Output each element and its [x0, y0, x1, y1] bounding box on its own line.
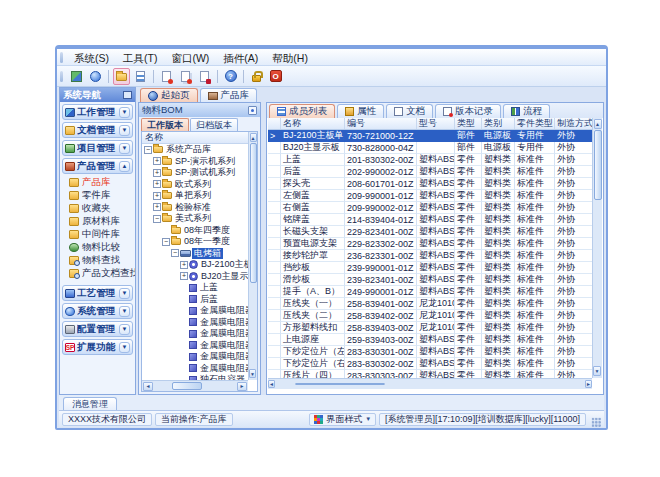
menu-item-4[interactable]: 帮助(H) [265, 52, 315, 64]
sidebar-group-7[interactable]: SP扩展功能▼ [62, 339, 133, 355]
tree-column-header[interactable]: 名称 [142, 132, 248, 144]
tree-node-8[interactable]: −08年一季度 [142, 236, 248, 248]
tree-node-15[interactable]: 金属膜电阻器 [142, 317, 248, 329]
report-icon[interactable] [132, 68, 149, 85]
tree-node-14[interactable]: 金属膜电阻器 [142, 305, 248, 317]
expand-node-icon[interactable]: + [180, 272, 188, 280]
expand-node-icon[interactable]: + [153, 169, 161, 177]
expand-node-icon[interactable]: + [153, 180, 161, 188]
table-row[interactable]: 右侧盖209-990002-01Z塑料ABS零件塑料类标准件外协条 [268, 202, 592, 214]
resize-grip[interactable] [591, 417, 601, 427]
table-row[interactable]: 挡纱板239-990001-01Z塑料ABS零件塑料类标准件外协条 [268, 262, 592, 274]
column-header-1[interactable]: 编号 [345, 118, 417, 129]
table-row[interactable]: 接纱轮护罩236-823301-00Z塑料ABS零件塑料类标准件外协条 [268, 250, 592, 262]
table-row[interactable]: 下纱定位片（右）283-830302-00Z塑料ABS零件塑料类标准件外协条 [268, 358, 592, 370]
toolbar-grip[interactable] [60, 71, 63, 82]
expand-node-icon[interactable]: + [180, 261, 188, 269]
tree-node-10[interactable]: +BJ-2100主板单点 [142, 259, 248, 271]
expand-icon[interactable]: ▼ [119, 288, 130, 299]
collapse-icon[interactable]: ▲ [119, 161, 130, 172]
tree-node-3[interactable]: +欧式系列 [142, 179, 248, 191]
sidebar-item-2[interactable]: 收藏夹 [60, 202, 135, 215]
tree-hscroll-thumb[interactable] [172, 382, 202, 390]
collapse-node-icon[interactable]: − [162, 238, 170, 246]
doc-tab-0[interactable]: 起始页 [140, 88, 198, 102]
scroll-down-icon[interactable]: ▼ [593, 366, 601, 376]
scroll-right-icon[interactable]: ► [585, 380, 592, 388]
menu-item-2[interactable]: 窗口(W) [164, 52, 216, 64]
help-icon[interactable]: ? [222, 68, 239, 85]
table-row[interactable]: 铭牌盖214-839404-01Z塑料ABS零件塑料类标准件外协条 [268, 214, 592, 226]
scroll-up-icon[interactable]: ▲ [594, 119, 602, 129]
member-tab-4[interactable]: 流程 [503, 104, 550, 118]
member-tab-2[interactable]: 文档 [386, 104, 433, 118]
expand-icon[interactable]: ▼ [119, 107, 130, 118]
expand-icon[interactable]: ▼ [119, 143, 130, 154]
stamp-doc-icon[interactable] [196, 68, 213, 85]
panel-menu-icon[interactable] [123, 91, 132, 99]
tree-node-18[interactable]: 金属膜电阻器 [142, 351, 248, 363]
sidebar-item-3[interactable]: 原材料库 [60, 215, 135, 228]
tree-vertical-scrollbar[interactable]: ▲ ▼ [248, 132, 257, 380]
scroll-left-icon[interactable]: ◄ [268, 380, 275, 388]
tree-node-6[interactable]: −美式系列 [142, 213, 248, 225]
collapse-node-icon[interactable]: − [144, 146, 152, 154]
tree-node-7[interactable]: 08年四季度 [142, 225, 248, 237]
pin-icon[interactable] [248, 106, 257, 115]
table-row[interactable]: 滑纱板239-823401-00Z塑料ABS零件塑料类标准件外协条 [268, 274, 592, 286]
tree-node-19[interactable]: 金属膜电阻器 [142, 363, 248, 375]
scroll-up-icon[interactable]: ▲ [250, 133, 257, 142]
sidebar-group-2[interactable]: 项目管理▼ [62, 140, 133, 156]
table-row[interactable]: 下纱定位片（左）283-830301-00Z塑料ABS零件塑料类标准件外协条 [268, 346, 592, 358]
table-vscroll-thumb[interactable] [594, 130, 602, 200]
table-row[interactable]: 压线夹（一）258-839401-00Z尼龙1010零件塑料类标准件外协条 [268, 298, 592, 310]
column-header-3[interactable]: 类型 [455, 118, 482, 129]
expand-icon[interactable]: ▼ [119, 324, 130, 335]
column-header-0[interactable]: 名称 [281, 118, 345, 129]
tree-node-9[interactable]: −电烤箱 [142, 248, 248, 260]
tree-node-0[interactable]: −系统产品库 [142, 144, 248, 156]
message-manage-tab[interactable]: 消息管理 [63, 397, 117, 410]
expand-icon[interactable]: ▼ [119, 306, 130, 317]
bom-tab-1[interactable]: 归档版本 [190, 118, 238, 131]
tree-node-16[interactable]: 金属膜电阻器 [142, 328, 248, 340]
menu-item-3[interactable]: 插件(A) [216, 52, 265, 64]
sidebar-item-0[interactable]: 产品库 [60, 176, 135, 189]
open-folder-icon[interactable] [113, 68, 130, 85]
table-row[interactable]: 后盖202-990002-01Z塑料ABS零件塑料类标准件外协条 [268, 166, 592, 178]
sidebar-group-4[interactable]: 工艺管理▼ [62, 285, 133, 301]
menu-item-0[interactable]: 系统(S) [67, 52, 116, 64]
globe-icon[interactable] [87, 68, 104, 85]
table-hscroll-thumb[interactable] [295, 383, 385, 385]
tree-node-1[interactable]: +SP-演示机系列 [142, 156, 248, 168]
member-tab-0[interactable]: 成员列表 [269, 104, 335, 118]
tree-vscroll-thumb[interactable] [250, 143, 257, 283]
copy-doc-icon[interactable] [177, 68, 194, 85]
tree-node-5[interactable]: +检验标准 [142, 202, 248, 214]
tree-node-13[interactable]: 后盖 [142, 294, 248, 306]
lock-icon[interactable] [248, 68, 265, 85]
table-row[interactable]: 左侧盖209-990001-01Z塑料ABS零件塑料类标准件外协条 [268, 190, 592, 202]
tree-horizontal-scrollbar[interactable]: ◄ ► [142, 380, 248, 391]
scroll-down-icon[interactable]: ▼ [249, 369, 256, 378]
exit-icon[interactable]: O [267, 68, 284, 85]
table-row[interactable]: 预置电源支架229-823302-00Z塑料ABS零件塑料类标准件外协条 [268, 238, 592, 250]
tree-node-11[interactable]: +BJ20主显示板 [142, 271, 248, 283]
tree-node-2[interactable]: +SP-测试机系列 [142, 167, 248, 179]
sidebar-item-1[interactable]: 零件库 [60, 189, 135, 202]
sidebar-item-5[interactable]: 物料比较 [60, 241, 135, 254]
expand-icon[interactable]: ▼ [119, 342, 130, 353]
table-row[interactable]: 提手（A、B）249-990001-01Z塑料ABS零件塑料类标准件外协条 [268, 286, 592, 298]
column-header-5[interactable]: 零件类型 [515, 118, 555, 129]
sidebar-group-6[interactable]: 配置管理▼ [62, 321, 133, 337]
table-row[interactable]: 上电源座259-839403-00Z塑料ABS零件塑料类标准件外协条 [268, 334, 592, 346]
sidebar-group-5[interactable]: 系统管理▼ [62, 303, 133, 319]
new-doc-icon[interactable] [158, 68, 175, 85]
column-header-2[interactable]: 型号 [417, 118, 455, 129]
sidebar-item-4[interactable]: 中间件库 [60, 228, 135, 241]
member-tab-1[interactable]: 属性 [337, 104, 384, 118]
member-tab-3[interactable]: 版本记录 [435, 104, 501, 118]
modules-icon[interactable] [68, 68, 85, 85]
collapse-node-icon[interactable]: − [153, 215, 161, 223]
table-row[interactable]: 长磁头支架229-823401-00Z塑料ABS零件塑料类标准件外协条 [268, 226, 592, 238]
